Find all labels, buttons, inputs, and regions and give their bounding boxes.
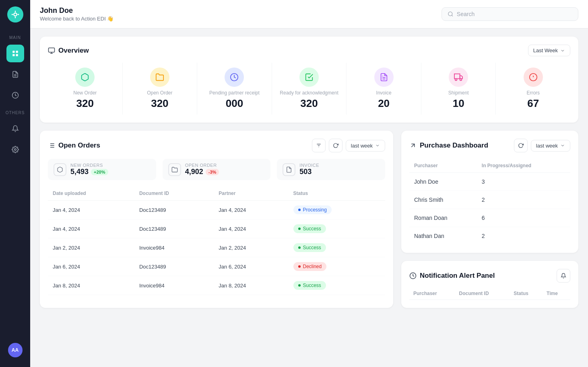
stat-new-order: New Order 320 [48,63,123,115]
sidebar-item-notifications[interactable] [6,120,24,137]
sidebar-item-activity[interactable] [6,86,24,104]
svg-marker-18 [460,76,462,78]
col-partner: Partner [214,187,288,201]
svg-line-10 [452,15,453,16]
filter-button[interactable] [312,139,326,152]
table-row: Jan 2, 2024 Invoice984 Jan 2, 2024 Succe… [48,238,385,257]
arrow-up-right-icon [409,142,417,149]
cell-docid: Doc123489 [134,219,214,238]
metric-label: NEW ORDERS [70,163,108,168]
cell-count: 6 [477,209,570,227]
avatar[interactable]: AA [8,343,23,357]
overview-title: Overview [48,47,89,55]
list-icon [48,142,55,149]
open-orders-title: Open Orders [48,141,100,150]
col-notif-status: Status [510,287,543,300]
sidebar-item-settings[interactable] [6,141,24,158]
two-col-layout: Open Orders last week [40,131,578,308]
stat-icon-errors [524,68,543,87]
svg-rect-1 [12,51,14,53]
status-badge: Success [293,281,326,290]
stat-icon-new-order [75,68,95,87]
cell-partner: Jan 4, 2024 [214,219,288,238]
stat-invoice: Invoice 20 [347,63,421,115]
col-purchaser: Purchaser [409,159,477,173]
metric-new-orders: NEW ORDERS 5,493 +20% [48,159,156,180]
cell-date: Jan 4, 2024 [48,201,134,219]
cell-purchaser: John Doe [409,173,477,191]
stat-icon-open-order [150,68,169,87]
metric-label: INVOICE [299,163,319,168]
purchase-refresh-button[interactable] [514,139,528,152]
col-date: Date uploaded [48,187,134,201]
svg-line-33 [411,144,415,147]
sidebar: MAIN OTHERS AA [0,0,30,367]
status-dot [298,265,301,268]
metric-icon [54,163,66,176]
search-bar[interactable] [442,7,578,21]
purchase-title: Purchase Dashboard [409,141,488,150]
stat-value-invoice: 20 [378,97,390,110]
cell-docid: Doc123489 [134,201,214,219]
overview-icon [48,47,55,54]
stat-label-pending-partner: Pending partner receipt [209,90,260,96]
user-name: John Doe [40,6,113,15]
cell-count: 3 [477,173,570,191]
status-badge: Declined [293,262,327,271]
stat-label-ready-ack: Ready for acknowledgment [280,90,338,96]
welcome-message: Welcome back to Action EDI 👋 [40,16,113,22]
cell-purchaser: Chris Smith [409,191,477,209]
overview-card: Overview Last Week New Order 320 Open Or… [40,37,578,123]
stat-value-new-order: 320 [76,97,94,110]
svg-rect-11 [49,48,55,52]
refresh-icon [333,143,338,148]
svg-point-8 [14,149,16,151]
metric-invoice: INVOICE 503 [277,159,385,180]
filter-icon [316,143,322,148]
purchase-controls: last week [514,139,570,152]
metric-badge: -3% [206,169,219,175]
sidebar-item-dashboard[interactable] [6,45,24,62]
notification-bell-button[interactable] [557,269,570,283]
stat-value-ready-ack: 320 [300,97,318,110]
open-orders-header: Open Orders last week [48,139,385,152]
table-row: Jan 6, 2024 Doc123489 Jan 6, 2024 Declin… [48,257,385,276]
table-row: Roman Doan 6 [409,209,570,227]
cell-partner: Jan 8, 2024 [214,276,288,295]
main-content: John Doe Welcome back to Action EDI 👋 Ov… [30,0,588,367]
purchase-period[interactable]: last week [531,140,570,152]
sidebar-item-documents[interactable] [6,66,24,83]
cell-purchaser: Nathan Dan [409,227,477,245]
notification-table: Purchaser Document ID Status Time [409,287,570,300]
stat-label-shipment: Shipment [448,90,469,96]
open-orders-period[interactable]: last week [346,140,385,152]
svg-rect-4 [16,54,18,56]
cell-status: Success [289,219,385,238]
refresh-button[interactable] [329,139,342,152]
others-section-label: OTHERS [6,111,25,115]
stat-label-invoice: Invoice [376,90,392,96]
purchase-table: Purchaser In Progress/Assigned John Doe … [409,159,570,245]
table-row: John Doe 3 [409,173,570,191]
cell-partner: Jan 2, 2024 [214,238,288,257]
metric-value: 4,902 -3% [185,168,219,176]
app-logo[interactable] [7,6,23,23]
chevron-down-icon [375,143,380,148]
table-row: Nathan Dan 2 [409,227,570,245]
period-dropdown[interactable]: Last Week [528,45,570,56]
cell-status: Declined [289,257,385,276]
header-user-info: John Doe Welcome back to Action EDI 👋 [40,6,113,22]
search-input[interactable] [457,11,572,17]
stat-label-open-order: Open Order [147,90,172,96]
cell-count: 2 [477,227,570,245]
overview-stats: New Order 320 Open Order 320 Pending par… [48,63,570,115]
right-column: Purchase Dashboard last week [401,131,578,308]
cell-date: Jan 2, 2024 [48,238,134,257]
status-dot [298,228,301,230]
col-docid: Document ID [134,187,214,201]
open-orders-controls: last week [312,139,385,152]
metric-icon [168,163,181,176]
status-badge: Success [293,224,326,233]
stat-open-order: Open Order 320 [123,63,198,115]
svg-point-9 [448,12,452,16]
